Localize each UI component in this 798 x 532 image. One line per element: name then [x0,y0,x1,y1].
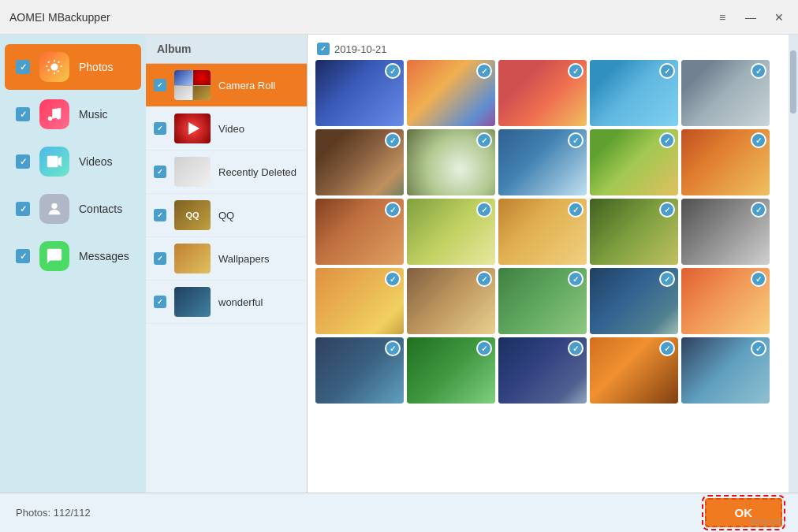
svg-point-2 [51,203,57,209]
album-item-wallpapers[interactable]: Wallpapers [146,237,307,281]
contacts-check [16,202,30,216]
photo-check-badge [751,63,766,79]
photo-cell[interactable] [315,199,404,265]
watermark: wxsj.com [750,516,785,526]
photo-cell[interactable] [315,268,404,334]
messages-check [16,249,30,263]
photo-cell[interactable] [407,199,495,265]
album-item-video[interactable]: Video [146,107,307,151]
photo-cell[interactable] [407,60,495,126]
photo-check-badge [385,63,401,79]
photo-cell[interactable] [590,337,678,404]
photo-cell[interactable] [498,60,587,126]
qq-thumb: QQ [174,200,211,230]
scrollbar-thumb[interactable] [790,50,796,113]
photo-check-badge [476,340,492,356]
window-controls: ≡ — ✕ [710,6,792,28]
photo-cell[interactable] [590,129,678,195]
photo-check-badge [568,132,584,148]
photos-icon [39,52,69,82]
thumb-cell [174,70,192,85]
video-check [154,122,166,135]
photo-cell[interactable] [681,199,770,265]
contacts-icon [39,194,69,224]
photo-cell[interactable] [681,268,770,334]
photo-row-1 [315,60,781,126]
photo-cell[interactable] [407,337,495,404]
album-item-qq[interactable]: QQ QQ [146,194,307,237]
photo-cell[interactable] [498,129,587,195]
sidebar-item-videos[interactable]: Videos [5,139,141,184]
photo-check-badge [659,132,675,148]
thumb-cell [193,70,211,85]
app-title: AOMEI MBackupper [9,11,110,24]
wonderful-thumb [174,287,211,317]
recently-deleted-thumb [174,157,211,187]
scrollbar-track[interactable] [789,35,798,493]
photo-cell[interactable] [590,60,678,126]
sidebar-item-contacts[interactable]: Contacts [5,186,141,232]
sidebar-label-videos: Videos [79,155,113,168]
photo-check-badge [751,132,766,148]
photo-check-badge [659,202,675,218]
photo-cell[interactable] [681,60,770,126]
album-label-recently-deleted: Recently Deleted [218,166,296,178]
photos-check [16,60,30,74]
bottom-bar: Photos: 112/112 OK wxsj.com [0,493,798,532]
sidebar-label-contacts: Contacts [79,203,122,215]
photo-cell[interactable] [407,129,495,195]
photo-check-badge [476,202,492,218]
photo-check-badge [385,271,401,287]
sidebar-item-photos[interactable]: Photos [5,44,141,90]
photo-cell[interactable] [315,337,404,404]
photo-cell[interactable] [681,337,770,404]
wallpapers-check [154,252,166,265]
camera-roll-check [154,79,166,91]
photo-check-badge [751,271,766,287]
thumb-cell [174,86,192,101]
date-section: 2019-10-21 [315,43,781,404]
sidebar: Photos Music Videos [0,35,146,493]
photo-cell[interactable] [498,337,587,404]
album-item-camera-roll[interactable]: Camera Roll [146,64,307,107]
photo-check-badge [476,63,492,79]
photo-cell[interactable] [590,268,678,334]
date-label: 2019-10-21 [334,43,387,55]
photo-cell[interactable] [498,199,587,265]
close-button[interactable]: ✕ [766,6,792,28]
photo-check-badge [385,202,401,218]
photo-check-badge [659,271,675,287]
photo-cell[interactable] [315,129,404,195]
photo-cell[interactable] [498,268,587,334]
photo-cell[interactable] [681,129,770,195]
photo-cell[interactable] [407,268,495,334]
wallpapers-thumb [174,244,211,273]
photo-grid-panel: 2019-10-21 [308,35,789,493]
album-header: Album [146,35,307,64]
video-thumb [174,113,211,143]
photo-cell[interactable] [315,60,404,126]
album-item-recently-deleted[interactable]: Recently Deleted [146,151,307,194]
album-label-qq: QQ [218,210,234,221]
recently-deleted-check [154,166,166,178]
app-body: Photos Music Videos [0,35,798,493]
music-icon [39,99,69,129]
wonderful-check [154,296,166,308]
album-label-video: Video [218,123,244,135]
videos-icon [39,147,69,177]
list-button[interactable]: ≡ [710,6,735,28]
photo-row-4 [315,268,781,334]
album-label-camera-roll: Camera Roll [218,80,275,91]
sidebar-item-messages[interactable]: Messages [5,233,141,279]
photo-check-badge [476,132,492,148]
minimize-button[interactable]: — [738,6,763,28]
sidebar-item-music[interactable]: Music [5,91,141,137]
videos-check [16,154,30,169]
photo-check-badge [385,340,401,356]
svg-rect-1 [47,156,58,168]
qq-check [154,209,166,221]
photo-check-badge [751,340,766,356]
album-item-wonderful[interactable]: wonderful [146,281,307,324]
photo-check-badge [659,63,675,79]
photo-cell[interactable] [590,199,678,265]
